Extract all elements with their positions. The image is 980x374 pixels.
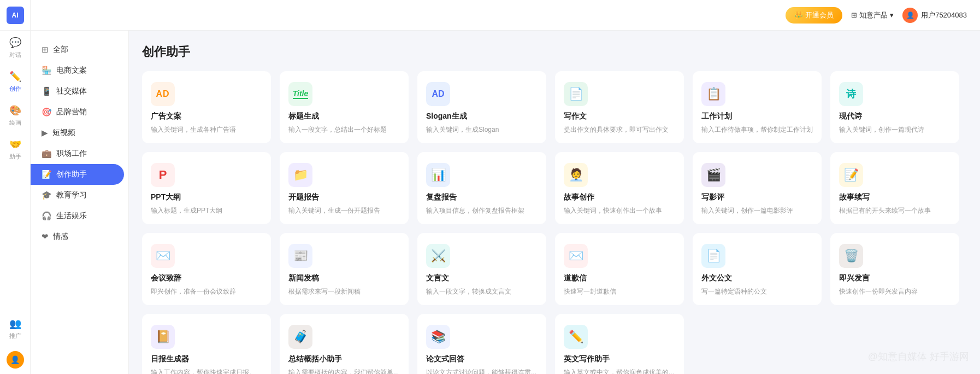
card-classical[interactable]: ⚔️ 文言文 输入一段文字，转换成文言文 — [417, 233, 546, 305]
page-area: ⊞ 全部 🏪 电商文案 📱 社交媒体 🎯 品牌营销 ▶ 短视频 💼 职场工作 📝… — [31, 31, 972, 374]
card-desc-foreign_doc: 写一篇特定语种的公文 — [701, 287, 813, 296]
card-icon-ad_copy: AD — [151, 82, 175, 106]
sidebar-item-social[interactable]: 📱 社交媒体 — [31, 81, 124, 102]
card-title-apology: 道歉信 — [564, 273, 675, 283]
card-essay[interactable]: 📄 写作文 提出作文的具体要求，即可写出作文 — [555, 71, 684, 143]
card-icon-story_continue: 📝 — [839, 163, 863, 187]
card-icon-foreign_doc: 📄 — [701, 244, 725, 268]
card-film_review[interactable]: 🎬 写影评 输入关键词，创作一篇电影影评 — [693, 152, 822, 224]
card-work_plan[interactable]: 📋 工作计划 输入工作待做事项，帮你制定工作计划 — [693, 71, 822, 143]
user-menu[interactable]: 👤 用户75204083 — [902, 8, 967, 23]
card-desc-slogan: 输入关键词，生成Slogan — [426, 125, 538, 135]
card-icon-work_plan: 📋 — [701, 82, 725, 106]
creation-icon: 📝 — [42, 170, 52, 179]
card-title-english_writer: 英文写作助手 — [564, 354, 675, 364]
card-icon-film_review: 🎬 — [701, 163, 725, 187]
card-modern_poem[interactable]: 诗 现代诗 输入关键词，创作一篇现代诗 — [830, 71, 959, 143]
card-desc-review_report: 输入项目信息，创作复盘报告框架 — [426, 206, 538, 215]
grid-icon: ⊞ — [851, 11, 857, 19]
card-icon-meeting_speech: ✉️ — [151, 244, 175, 268]
card-icon-title_gen: Title — [288, 82, 312, 106]
card-desc-ad_copy: 输入关键词，生成各种广告语 — [151, 125, 262, 135]
nav-item-helper[interactable]: 🤝 助手 — [0, 132, 30, 166]
vip-button[interactable]: 👑 开通会员 — [786, 7, 842, 24]
card-desc-english_writer: 输入英文或中文，帮你润色成优美的... — [564, 367, 675, 374]
card-icon-story_create: 🧑‍💼 — [564, 163, 588, 187]
nav-bottom: 👥 推广 👤 — [0, 312, 30, 374]
sidebar-label-education: 教育学习 — [56, 190, 87, 200]
card-slogan[interactable]: AD Slogan生成 输入关键词，生成Slogan — [417, 71, 546, 143]
card-impromptu[interactable]: 🗑️ 即兴发言 快速创作一份即兴发言内容 — [830, 233, 959, 305]
emotion-icon: ❤ — [42, 232, 49, 242]
card-title-ad_copy: 广告文案 — [151, 112, 262, 121]
card-english_writer[interactable]: ✏️ 英文写作助手 输入英文或中文，帮你润色成优美的... — [555, 314, 684, 374]
card-apology[interactable]: ✉️ 道歉信 快速写一封道歉信 — [555, 233, 684, 305]
card-desc-meeting_speech: 即兴创作，准备一份会议致辞 — [151, 287, 262, 296]
card-meeting_speech[interactable]: ✉️ 会议致辞 即兴创作，准备一份会议致辞 — [142, 233, 271, 305]
chevron-down-icon: ▾ — [890, 11, 894, 19]
card-ppt_outline[interactable]: P PPT大纲 输入标题，生成PPT大纲 — [142, 152, 271, 224]
card-desc-thesis_answer: 以论文方式讨论问题，能够获得连贯... — [426, 367, 538, 374]
nav-label-promote: 推广 — [9, 332, 21, 340]
card-story_continue[interactable]: 📝 故事续写 根据已有的开头来续写一个故事 — [830, 152, 959, 224]
card-icon-impromptu: 🗑️ — [839, 244, 863, 268]
card-title-film_review: 写影评 — [701, 192, 813, 202]
product-menu[interactable]: ⊞ 知意产品 ▾ — [851, 10, 894, 20]
card-title-classical: 文言文 — [426, 273, 538, 283]
sidebar-item-creation[interactable]: 📝 创作助手 — [31, 164, 124, 185]
card-title-news_release: 新闻发稿 — [288, 273, 400, 283]
nav-item-promote[interactable]: 👥 推广 — [0, 312, 30, 346]
logo-area: AI — [0, 0, 30, 31]
nav-item-chat[interactable]: 💬 对话 — [0, 31, 30, 65]
sidebar-item-ecommerce[interactable]: 🏪 电商文案 — [31, 60, 124, 81]
ecommerce-icon: 🏪 — [42, 66, 52, 75]
card-icon-summary_helper: 🧳 — [288, 325, 312, 349]
sidebar-item-emotion[interactable]: ❤ 情感 — [31, 226, 124, 247]
nav-item-create[interactable]: ✏️ 创作 — [0, 65, 30, 98]
card-proposal[interactable]: 📁 开题报告 输入关键词，生成一份开题报告 — [280, 152, 409, 224]
card-icon-thesis_answer: 📚 — [426, 325, 450, 349]
sidebar-item-all[interactable]: ⊞ 全部 — [31, 39, 124, 60]
sidebar-item-education[interactable]: 🎓 教育学习 — [31, 185, 124, 206]
sidebar-label-ecommerce: 电商文案 — [56, 66, 87, 75]
card-title-modern_poem: 现代诗 — [839, 112, 951, 121]
sidebar-label-social: 社交媒体 — [56, 86, 87, 96]
sidebar-item-life[interactable]: 🎧 生活娱乐 — [31, 206, 124, 226]
card-icon-proposal: 📁 — [288, 163, 312, 187]
sidebar-item-video[interactable]: ▶ 短视频 — [31, 122, 124, 143]
nav-user-avatar[interactable]: 👤 — [7, 351, 24, 369]
card-title-diary_gen: 日报生成器 — [151, 354, 262, 364]
top-header: 👑 开通会员 ⊞ 知意产品 ▾ 👤 用户75204083 — [31, 0, 980, 31]
nav-label-create: 创作 — [9, 85, 21, 93]
card-desc-summary_helper: 输入需要概括的内容，我们帮你简单... — [288, 367, 400, 374]
main-content: 创作助手 AD 广告文案 输入关键词，生成各种广告语 Title 标题生成 输入… — [129, 31, 972, 374]
card-desc-essay: 提出作文的具体要求，即可写出作文 — [564, 125, 675, 135]
card-ad_copy[interactable]: AD 广告文案 输入关键词，生成各种广告语 — [142, 71, 271, 143]
card-foreign_doc[interactable]: 📄 外文公文 写一篇特定语种的公文 — [693, 233, 822, 305]
card-desc-story_create: 输入关键词，快速创作出一个故事 — [564, 206, 675, 215]
card-title-story_create: 故事创作 — [564, 192, 675, 202]
sidebar-item-workplace[interactable]: 💼 职场工作 — [31, 143, 124, 164]
card-thesis_answer[interactable]: 📚 论文式回答 以论文方式讨论问题，能够获得连贯... — [417, 314, 546, 374]
sidebar-label-all: 全部 — [53, 45, 68, 55]
card-icon-apology: ✉️ — [564, 244, 588, 268]
card-icon-slogan: AD — [426, 82, 450, 106]
card-summary_helper[interactable]: 🧳 总结概括小助手 输入需要概括的内容，我们帮你简单... — [280, 314, 409, 374]
card-icon-review_report: 📊 — [426, 163, 450, 187]
card-title-impromptu: 即兴发言 — [839, 273, 951, 283]
card-desc-film_review: 输入关键词，创作一篇电影影评 — [701, 206, 813, 215]
video-icon: ▶ — [42, 128, 48, 138]
life-icon: 🎧 — [42, 211, 52, 221]
nav-item-draw[interactable]: 🎨 绘画 — [0, 98, 30, 132]
helper-icon: 🤝 — [9, 138, 22, 151]
card-title_gen[interactable]: Title 标题生成 输入一段文字，总结出一个好标题 — [280, 71, 409, 143]
education-icon: 🎓 — [42, 190, 52, 200]
card-desc-news_release: 根据需求来写一段新闻稿 — [288, 287, 400, 296]
sidebar-item-brand[interactable]: 🎯 品牌营销 — [31, 102, 124, 122]
card-review_report[interactable]: 📊 复盘报告 输入项目信息，创作复盘报告框架 — [417, 152, 546, 224]
card-diary_gen[interactable]: 📔 日报生成器 输入工作内容，帮你快速完成日报。 — [142, 314, 271, 374]
card-story_create[interactable]: 🧑‍💼 故事创作 输入关键词，快速创作出一个故事 — [555, 152, 684, 224]
all-icon: ⊞ — [42, 45, 49, 55]
card-title-essay: 写作文 — [564, 112, 675, 121]
card-news_release[interactable]: 📰 新闻发稿 根据需求来写一段新闻稿 — [280, 233, 409, 305]
